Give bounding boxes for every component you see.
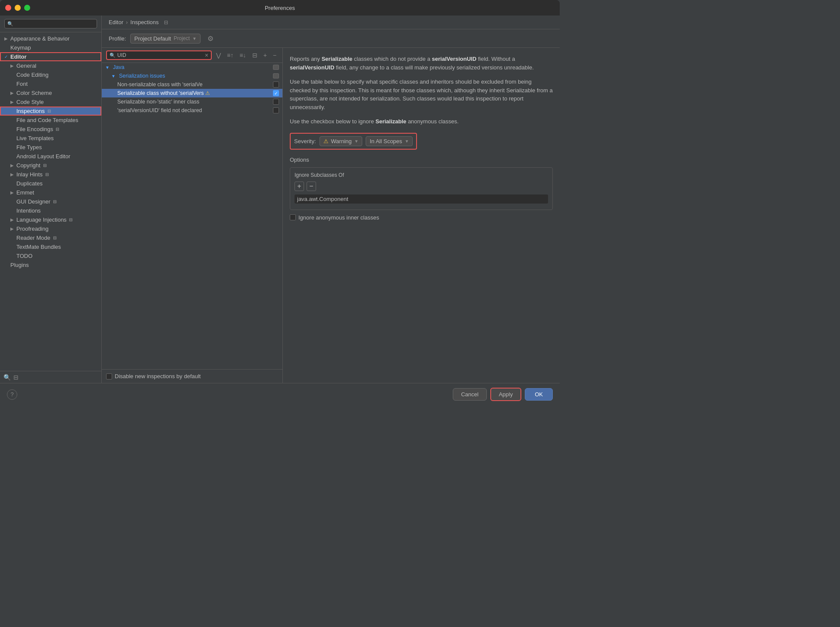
- serializable-without-checkbox[interactable]: [273, 90, 279, 96]
- inspection-category-java[interactable]: ▼ Java: [102, 63, 282, 72]
- inspection-item-serial-not-declared[interactable]: 'serialVersionUID' field not declared: [102, 106, 282, 115]
- expand-all-button[interactable]: ≡↑: [225, 51, 235, 60]
- serial-not-declared-checkbox[interactable]: [273, 107, 279, 113]
- expand-arrow-icon: ▶: [10, 100, 16, 104]
- serialization-subcategory-checkbox[interactable]: [273, 73, 279, 78]
- ignore-subclasses-label: Ignore Subclasses Of: [295, 172, 548, 178]
- sidebar-item-intentions[interactable]: Intentions: [0, 206, 101, 215]
- severity-dropdown[interactable]: ⚠ Warning ▼: [320, 136, 363, 146]
- close-button[interactable]: [5, 5, 11, 11]
- chevron-down-icon: ▼: [354, 139, 359, 144]
- remove-button[interactable]: −: [271, 51, 278, 60]
- options-title: Options: [290, 157, 553, 163]
- add-subclass-button[interactable]: +: [295, 182, 304, 191]
- minimize-button[interactable]: [15, 5, 21, 11]
- breadcrumb-separator: ›: [126, 19, 128, 25]
- sidebar-item-reader-mode[interactable]: Reader Mode ⊟: [0, 233, 101, 242]
- sidebar-item-label: Proofreading: [16, 226, 48, 232]
- expand-arrow-icon: ▶: [10, 91, 16, 95]
- sidebar-item-color-scheme[interactable]: ▶ Color Scheme: [0, 88, 101, 97]
- inspections-search-box[interactable]: 🔍 ×: [106, 50, 212, 60]
- sidebar-item-general[interactable]: ▶ General: [0, 61, 101, 70]
- sidebar-item-inlay-hints[interactable]: ▶ Inlay Hints ⊟: [0, 170, 101, 179]
- sidebar-item-code-editing[interactable]: Code Editing: [0, 70, 101, 79]
- sidebar-item-label: General: [16, 63, 36, 69]
- sidebar-item-file-encodings[interactable]: File Encodings ⊟: [0, 125, 101, 134]
- filter-button[interactable]: ⋁: [214, 51, 223, 60]
- sidebar-item-duplicates[interactable]: Duplicates: [0, 179, 101, 188]
- sidebar-item-live-templates[interactable]: Live Templates: [0, 134, 101, 143]
- profile-dropdown[interactable]: Project Default Project ▼: [130, 34, 201, 44]
- cancel-button[interactable]: Cancel: [453, 388, 486, 401]
- expand-arrow-icon: ▶: [10, 172, 16, 177]
- sidebar-search-input[interactable]: [15, 21, 94, 27]
- maximize-button[interactable]: [24, 5, 30, 11]
- sidebar-item-label: Emmet: [16, 189, 34, 196]
- ignore-anon-row: Ignore anonymous inner classes: [290, 214, 553, 221]
- ok-button[interactable]: OK: [525, 388, 553, 401]
- clear-icon[interactable]: ×: [205, 52, 208, 58]
- inspections-toolbar: 🔍 × ⋁ ≡↑ ≡↓ ⊟ + −: [102, 48, 282, 63]
- options-buttons: + −: [295, 182, 548, 191]
- add-button[interactable]: +: [262, 51, 269, 60]
- sidebar-item-label: Copyright: [16, 162, 41, 169]
- inspection-item-serializable-non-static[interactable]: Serializable non-'static' inner class: [102, 97, 282, 106]
- help-button[interactable]: ?: [7, 389, 17, 400]
- preferences-window: Preferences 🔍 ▶ Appearance & Behavior: [0, 0, 560, 405]
- expand-arrow-icon: ▶: [10, 226, 16, 231]
- collapse-all-button[interactable]: ≡↓: [238, 51, 248, 60]
- sidebar-item-font[interactable]: Font: [0, 79, 101, 88]
- sidebar-item-emmet[interactable]: ▶ Emmet: [0, 188, 101, 197]
- expand-arrow-icon: ▶: [4, 36, 10, 41]
- main-content: 🔍 ▶ Appearance & Behavior Keymap ✓: [0, 16, 560, 383]
- sidebar-item-label: Color Scheme: [16, 90, 52, 96]
- sidebar-item-label: Inspections: [16, 108, 45, 114]
- scope-dropdown[interactable]: In All Scopes ▼: [366, 136, 413, 146]
- sidebar-item-plugins[interactable]: Plugins: [0, 260, 101, 270]
- sidebar-item-copyright[interactable]: ▶ Copyright ⊟: [0, 161, 101, 170]
- sidebar-item-label: File and Code Templates: [16, 117, 78, 123]
- sidebar-item-android-layout[interactable]: Android Layout Editor: [0, 152, 101, 161]
- sidebar-item-appearance[interactable]: ▶ Appearance & Behavior: [0, 34, 101, 43]
- sidebar-item-gui-designer[interactable]: GUI Designer ⊟: [0, 197, 101, 206]
- non-serializable-checkbox[interactable]: [273, 82, 279, 88]
- copyright-icon: ⊟: [43, 163, 47, 168]
- description-paragraph-2: Use the table below to specify what spec…: [290, 78, 553, 111]
- serializable-non-static-checkbox[interactable]: [273, 99, 279, 105]
- right-panel: Editor › Inspections ⊟ Profile: Project …: [102, 16, 560, 383]
- ignore-anon-label: Ignore anonymous inner classes: [298, 214, 379, 221]
- inspection-subcategory-serialization[interactable]: ▼ Serialization issues: [102, 72, 282, 80]
- apply-button[interactable]: Apply: [490, 388, 522, 401]
- disable-inspections-label: Disable new inspections by default: [115, 373, 201, 379]
- sidebar-item-editor[interactable]: ✓ Editor: [0, 52, 101, 61]
- remove-subclass-button[interactable]: −: [307, 182, 316, 191]
- gear-button[interactable]: ⚙: [205, 33, 216, 44]
- group-button[interactable]: ⊟: [251, 51, 259, 60]
- footer-right: Cancel Apply OK: [453, 388, 553, 401]
- inspections-search-input[interactable]: [117, 52, 203, 58]
- sidebar-search-wrapper[interactable]: 🔍: [4, 19, 97, 28]
- sidebar-item-proofreading[interactable]: ▶ Proofreading: [0, 224, 101, 233]
- sidebar-item-file-code-templates[interactable]: File and Code Templates: [0, 116, 101, 125]
- sidebar-item-textmate-bundles[interactable]: TextMate Bundles: [0, 242, 101, 251]
- sidebar-item-file-types[interactable]: File Types: [0, 143, 101, 152]
- expand-arrow-icon: ▶: [10, 217, 16, 222]
- inspections-bottom: Disable new inspections by default: [102, 369, 282, 383]
- inspection-item-serializable-without[interactable]: Serializable class without 'serialVers ⚠: [102, 89, 282, 97]
- subcategory-label: Serialization issues: [119, 73, 165, 79]
- disable-inspections-checkbox[interactable]: [106, 373, 112, 379]
- sidebar-item-todo[interactable]: TODO: [0, 251, 101, 260]
- severity-label: Severity:: [294, 138, 316, 144]
- inspection-item-non-serializable[interactable]: Non-serializable class with 'serialVe: [102, 80, 282, 89]
- java-category-checkbox[interactable]: [273, 65, 279, 70]
- severity-section: Severity: ⚠ Warning ▼ In All Scopes ▼: [290, 133, 417, 150]
- profile-bar: Profile: Project Default Project ▼ ⚙: [102, 29, 560, 48]
- sidebar-item-language-injections[interactable]: ▶ Language Injections ⊟: [0, 215, 101, 224]
- sidebar-item-label: Reader Mode: [16, 235, 50, 241]
- sidebar-item-label: Duplicates: [16, 180, 43, 187]
- sidebar-item-inspections[interactable]: Inspections ⊟: [0, 107, 101, 116]
- ignore-anon-checkbox[interactable]: [290, 214, 296, 220]
- sidebar-item-keymap[interactable]: Keymap: [0, 43, 101, 52]
- sidebar-item-code-style[interactable]: ▶ Code Style: [0, 97, 101, 107]
- sidebar-item-label: Android Layout Editor: [16, 153, 70, 160]
